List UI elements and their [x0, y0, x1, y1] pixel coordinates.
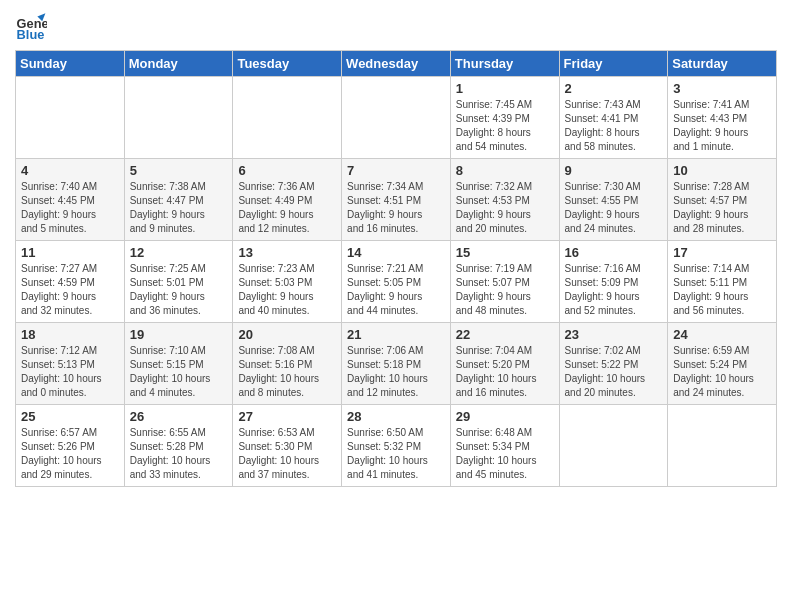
day-info: Sunrise: 7:40 AM Sunset: 4:45 PM Dayligh…	[21, 180, 119, 236]
day-number: 28	[347, 409, 445, 424]
day-cell: 13Sunrise: 7:23 AM Sunset: 5:03 PM Dayli…	[233, 241, 342, 323]
day-cell: 15Sunrise: 7:19 AM Sunset: 5:07 PM Dayli…	[450, 241, 559, 323]
day-number: 5	[130, 163, 228, 178]
day-number: 18	[21, 327, 119, 342]
col-header-thursday: Thursday	[450, 51, 559, 77]
day-number: 4	[21, 163, 119, 178]
col-header-wednesday: Wednesday	[342, 51, 451, 77]
day-number: 13	[238, 245, 336, 260]
day-info: Sunrise: 6:48 AM Sunset: 5:34 PM Dayligh…	[456, 426, 554, 482]
day-number: 17	[673, 245, 771, 260]
day-number: 19	[130, 327, 228, 342]
day-cell: 26Sunrise: 6:55 AM Sunset: 5:28 PM Dayli…	[124, 405, 233, 487]
day-cell: 16Sunrise: 7:16 AM Sunset: 5:09 PM Dayli…	[559, 241, 668, 323]
day-number: 9	[565, 163, 663, 178]
day-number: 20	[238, 327, 336, 342]
day-info: Sunrise: 7:10 AM Sunset: 5:15 PM Dayligh…	[130, 344, 228, 400]
day-cell: 19Sunrise: 7:10 AM Sunset: 5:15 PM Dayli…	[124, 323, 233, 405]
day-number: 24	[673, 327, 771, 342]
day-cell: 8Sunrise: 7:32 AM Sunset: 4:53 PM Daylig…	[450, 159, 559, 241]
day-cell: 3Sunrise: 7:41 AM Sunset: 4:43 PM Daylig…	[668, 77, 777, 159]
day-cell: 27Sunrise: 6:53 AM Sunset: 5:30 PM Dayli…	[233, 405, 342, 487]
header: General Blue	[15, 10, 777, 42]
day-number: 6	[238, 163, 336, 178]
day-info: Sunrise: 7:21 AM Sunset: 5:05 PM Dayligh…	[347, 262, 445, 318]
day-cell: 21Sunrise: 7:06 AM Sunset: 5:18 PM Dayli…	[342, 323, 451, 405]
day-cell	[668, 405, 777, 487]
header-row: SundayMondayTuesdayWednesdayThursdayFrid…	[16, 51, 777, 77]
day-info: Sunrise: 7:34 AM Sunset: 4:51 PM Dayligh…	[347, 180, 445, 236]
day-cell: 10Sunrise: 7:28 AM Sunset: 4:57 PM Dayli…	[668, 159, 777, 241]
day-info: Sunrise: 6:59 AM Sunset: 5:24 PM Dayligh…	[673, 344, 771, 400]
week-row-1: 1Sunrise: 7:45 AM Sunset: 4:39 PM Daylig…	[16, 77, 777, 159]
day-cell: 14Sunrise: 7:21 AM Sunset: 5:05 PM Dayli…	[342, 241, 451, 323]
day-number: 2	[565, 81, 663, 96]
day-number: 26	[130, 409, 228, 424]
logo-icon: General Blue	[15, 10, 47, 42]
day-cell: 22Sunrise: 7:04 AM Sunset: 5:20 PM Dayli…	[450, 323, 559, 405]
day-cell: 18Sunrise: 7:12 AM Sunset: 5:13 PM Dayli…	[16, 323, 125, 405]
day-info: Sunrise: 7:38 AM Sunset: 4:47 PM Dayligh…	[130, 180, 228, 236]
day-number: 16	[565, 245, 663, 260]
day-info: Sunrise: 7:16 AM Sunset: 5:09 PM Dayligh…	[565, 262, 663, 318]
day-cell: 2Sunrise: 7:43 AM Sunset: 4:41 PM Daylig…	[559, 77, 668, 159]
day-number: 10	[673, 163, 771, 178]
day-cell	[559, 405, 668, 487]
day-cell	[124, 77, 233, 159]
day-info: Sunrise: 7:30 AM Sunset: 4:55 PM Dayligh…	[565, 180, 663, 236]
day-info: Sunrise: 7:14 AM Sunset: 5:11 PM Dayligh…	[673, 262, 771, 318]
day-cell: 28Sunrise: 6:50 AM Sunset: 5:32 PM Dayli…	[342, 405, 451, 487]
day-cell: 29Sunrise: 6:48 AM Sunset: 5:34 PM Dayli…	[450, 405, 559, 487]
day-cell: 7Sunrise: 7:34 AM Sunset: 4:51 PM Daylig…	[342, 159, 451, 241]
day-info: Sunrise: 7:04 AM Sunset: 5:20 PM Dayligh…	[456, 344, 554, 400]
day-number: 7	[347, 163, 445, 178]
calendar-table: SundayMondayTuesdayWednesdayThursdayFrid…	[15, 50, 777, 487]
week-row-4: 18Sunrise: 7:12 AM Sunset: 5:13 PM Dayli…	[16, 323, 777, 405]
day-number: 15	[456, 245, 554, 260]
day-number: 12	[130, 245, 228, 260]
day-number: 29	[456, 409, 554, 424]
col-header-saturday: Saturday	[668, 51, 777, 77]
day-number: 3	[673, 81, 771, 96]
day-cell: 9Sunrise: 7:30 AM Sunset: 4:55 PM Daylig…	[559, 159, 668, 241]
day-number: 14	[347, 245, 445, 260]
day-cell: 6Sunrise: 7:36 AM Sunset: 4:49 PM Daylig…	[233, 159, 342, 241]
day-number: 21	[347, 327, 445, 342]
day-cell: 25Sunrise: 6:57 AM Sunset: 5:26 PM Dayli…	[16, 405, 125, 487]
day-info: Sunrise: 7:43 AM Sunset: 4:41 PM Dayligh…	[565, 98, 663, 154]
day-number: 8	[456, 163, 554, 178]
day-info: Sunrise: 7:25 AM Sunset: 5:01 PM Dayligh…	[130, 262, 228, 318]
day-info: Sunrise: 7:19 AM Sunset: 5:07 PM Dayligh…	[456, 262, 554, 318]
day-info: Sunrise: 7:27 AM Sunset: 4:59 PM Dayligh…	[21, 262, 119, 318]
day-info: Sunrise: 6:55 AM Sunset: 5:28 PM Dayligh…	[130, 426, 228, 482]
day-info: Sunrise: 6:57 AM Sunset: 5:26 PM Dayligh…	[21, 426, 119, 482]
day-number: 23	[565, 327, 663, 342]
day-info: Sunrise: 7:36 AM Sunset: 4:49 PM Dayligh…	[238, 180, 336, 236]
day-cell	[342, 77, 451, 159]
day-number: 25	[21, 409, 119, 424]
day-cell: 11Sunrise: 7:27 AM Sunset: 4:59 PM Dayli…	[16, 241, 125, 323]
day-info: Sunrise: 7:41 AM Sunset: 4:43 PM Dayligh…	[673, 98, 771, 154]
day-info: Sunrise: 7:12 AM Sunset: 5:13 PM Dayligh…	[21, 344, 119, 400]
day-cell: 12Sunrise: 7:25 AM Sunset: 5:01 PM Dayli…	[124, 241, 233, 323]
day-number: 11	[21, 245, 119, 260]
day-cell: 24Sunrise: 6:59 AM Sunset: 5:24 PM Dayli…	[668, 323, 777, 405]
day-number: 1	[456, 81, 554, 96]
day-info: Sunrise: 6:50 AM Sunset: 5:32 PM Dayligh…	[347, 426, 445, 482]
day-cell: 23Sunrise: 7:02 AM Sunset: 5:22 PM Dayli…	[559, 323, 668, 405]
day-number: 22	[456, 327, 554, 342]
day-cell: 1Sunrise: 7:45 AM Sunset: 4:39 PM Daylig…	[450, 77, 559, 159]
svg-text:Blue: Blue	[17, 27, 45, 42]
day-cell	[233, 77, 342, 159]
day-cell: 17Sunrise: 7:14 AM Sunset: 5:11 PM Dayli…	[668, 241, 777, 323]
logo: General Blue	[15, 10, 51, 42]
col-header-monday: Monday	[124, 51, 233, 77]
week-row-3: 11Sunrise: 7:27 AM Sunset: 4:59 PM Dayli…	[16, 241, 777, 323]
day-cell: 4Sunrise: 7:40 AM Sunset: 4:45 PM Daylig…	[16, 159, 125, 241]
day-cell: 20Sunrise: 7:08 AM Sunset: 5:16 PM Dayli…	[233, 323, 342, 405]
day-info: Sunrise: 7:32 AM Sunset: 4:53 PM Dayligh…	[456, 180, 554, 236]
day-info: Sunrise: 7:45 AM Sunset: 4:39 PM Dayligh…	[456, 98, 554, 154]
col-header-tuesday: Tuesday	[233, 51, 342, 77]
day-cell: 5Sunrise: 7:38 AM Sunset: 4:47 PM Daylig…	[124, 159, 233, 241]
day-info: Sunrise: 7:28 AM Sunset: 4:57 PM Dayligh…	[673, 180, 771, 236]
